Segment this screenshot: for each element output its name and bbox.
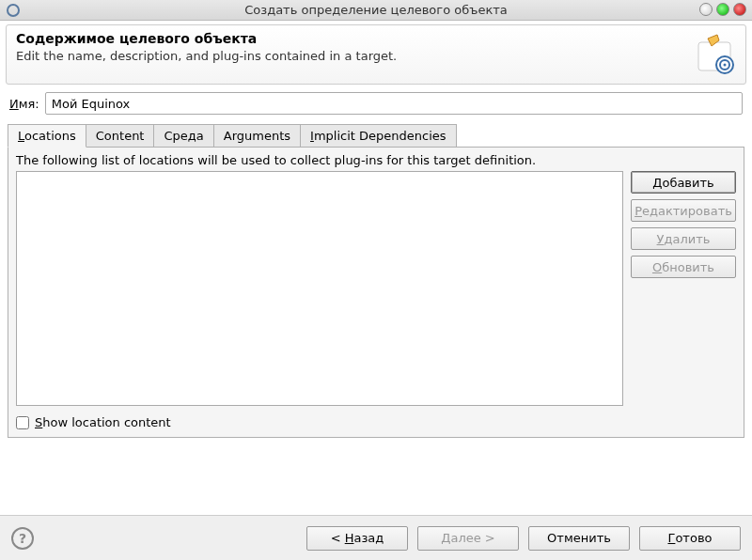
update-button[interactable]: Обновить — [631, 256, 736, 278]
add-button[interactable]: Добавить — [631, 171, 736, 194]
locations-description: The following list of locations will be … — [16, 153, 736, 167]
name-label: Имя: — [9, 97, 39, 111]
cancel-button[interactable]: Отменить — [528, 526, 630, 551]
locations-list[interactable] — [16, 171, 623, 406]
app-icon — [6, 3, 21, 21]
locations-buttons: Добавить Редактировать Удалить Обновить — [631, 171, 736, 406]
edit-button[interactable]: Редактировать — [631, 199, 736, 222]
remove-button[interactable]: Удалить — [631, 227, 736, 250]
tab-locations[interactable]: Locations — [8, 124, 86, 148]
show-location-content-label: Show location content — [35, 415, 171, 429]
next-button[interactable]: Далее > — [417, 526, 519, 551]
target-icon — [691, 31, 736, 76]
show-location-content-row: Show location content — [16, 415, 736, 429]
tab-implicit-deps[interactable]: Implicit Dependencies — [300, 124, 457, 147]
finish-button[interactable]: Готово — [639, 526, 741, 551]
page-title: Содержимое целевого объекта — [16, 31, 691, 46]
tab-environment[interactable]: Среда — [153, 124, 213, 147]
name-row: Имя: — [9, 92, 743, 115]
close-button[interactable] — [733, 3, 746, 16]
page-subtitle: Edit the name, description, and plug-ins… — [16, 49, 691, 63]
show-location-content-checkbox[interactable] — [16, 416, 29, 429]
tabs-area: Locations Content Среда Arguments Implic… — [8, 124, 744, 438]
title-bar: Создать определение целевого объекта — [0, 0, 752, 21]
wizard-footer: ? < Назад Далее > Отменить Готово — [0, 515, 752, 560]
svg-point-4 — [724, 64, 727, 67]
wizard-header: Содержимое целевого объекта Edit the nam… — [6, 24, 746, 85]
window-controls — [699, 3, 746, 16]
tab-arguments[interactable]: Arguments — [213, 124, 301, 147]
help-button[interactable]: ? — [11, 527, 34, 550]
back-button[interactable]: < Назад — [306, 526, 408, 551]
tab-strip: Locations Content Среда Arguments Implic… — [8, 124, 744, 147]
name-input[interactable] — [45, 92, 743, 115]
svg-point-0 — [8, 5, 19, 16]
maximize-button[interactable] — [716, 3, 729, 16]
window-title: Создать определение целевого объекта — [244, 3, 508, 17]
tab-panel-locations: The following list of locations will be … — [8, 147, 744, 438]
minimize-button[interactable] — [699, 3, 713, 16]
tab-content[interactable]: Content — [86, 124, 155, 147]
